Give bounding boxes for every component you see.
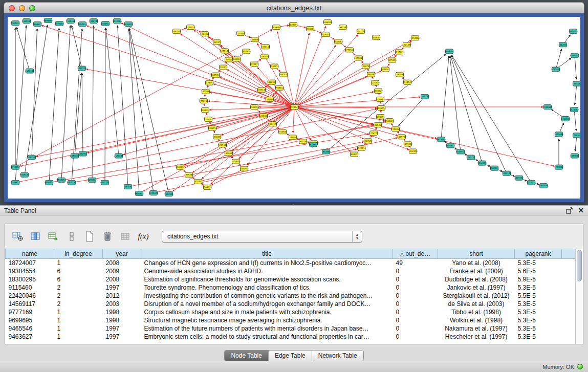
network-node[interactable]: 1275141 — [220, 49, 229, 53]
network-node[interactable]: 1779513 — [345, 48, 354, 52]
network-node[interactable]: 1962101 — [490, 166, 499, 170]
citation-edge-black[interactable] — [118, 26, 128, 187]
network-node[interactable]: 9227413 — [551, 67, 560, 72]
network-node[interactable]: 1197349 — [395, 50, 404, 54]
network-node[interactable]: 1160742 — [361, 64, 371, 69]
network-node[interactable]: 9565013 — [570, 53, 579, 58]
network-node[interactable]: 1859304 — [272, 25, 281, 30]
network-node[interactable]: 1951754 — [298, 139, 308, 144]
network-node[interactable]: 1221610 — [371, 80, 380, 85]
network-node[interactable]: 9031711 — [100, 180, 110, 185]
network-node[interactable]: 1895754 — [377, 105, 386, 110]
citation-edge-red[interactable] — [232, 62, 294, 107]
network-node[interactable]: 9313012 — [11, 165, 20, 169]
splitter-handle[interactable]: ▾ — [289, 203, 297, 206]
citation-edge-black[interactable] — [32, 29, 37, 157]
table-row[interactable]: 946362711997Embryonic stem cells: a mode… — [6, 333, 575, 341]
network-node[interactable]: 9115460 — [66, 19, 75, 24]
network-node[interactable]: 1221397 — [402, 42, 411, 47]
network-node[interactable]: 1664091 — [200, 32, 209, 36]
citation-edge-red[interactable] — [294, 107, 385, 120]
tab-network-table[interactable]: Network Table — [312, 351, 363, 361]
network-node[interactable]: 1696137 — [261, 45, 270, 49]
column-header-name[interactable]: name — [6, 249, 54, 259]
citation-edge-black[interactable] — [575, 84, 577, 105]
citation-edge-red[interactable] — [257, 43, 294, 107]
citation-edge-red[interactable] — [194, 30, 294, 107]
table-row[interactable]: 1938455462009Genome-wide association stu… — [6, 267, 575, 275]
network-node[interactable]: 1975149 — [387, 58, 397, 62]
network-node[interactable]: 1664794 — [445, 49, 454, 54]
scrollbar-thumb[interactable] — [577, 250, 582, 281]
network-node[interactable]: 1162615 — [270, 64, 279, 69]
network-node[interactable]: 1760344 — [239, 166, 249, 171]
network-node[interactable]: 8290412 — [88, 178, 97, 182]
memory-status-icon[interactable] — [577, 364, 583, 369]
network-node[interactable]: 1765941 — [203, 185, 212, 189]
network-node[interactable]: 1276771 — [369, 131, 378, 136]
network-node[interactable]: 9245022 — [527, 180, 536, 185]
network-node[interactable]: 1883022 — [350, 152, 359, 157]
network-node[interactable]: 1924501 — [164, 191, 173, 196]
network-node[interactable]: 1161642 — [395, 72, 404, 77]
network-node[interactable]: 9617912 — [456, 149, 465, 154]
citation-edge-red[interactable] — [181, 34, 294, 107]
network-node[interactable]: 1441435 — [561, 117, 570, 121]
network-node[interactable]: 1649050 — [250, 37, 259, 42]
network-node[interactable]: 9777169 — [55, 21, 64, 26]
network-node[interactable]: 1038745 — [89, 19, 98, 24]
network-node[interactable]: 1522414 — [357, 146, 366, 150]
network-node[interactable]: 1955812 — [275, 85, 284, 90]
network-canvas[interactable]: 1724047186107412524191664091196137212751… — [8, 17, 580, 199]
network-node[interactable]: 9387412 — [11, 21, 20, 26]
vertical-scrollbar[interactable] — [575, 249, 583, 344]
table-row[interactable]: 969969511998Structural magnetic resonanc… — [6, 316, 575, 324]
network-node[interactable]: 1562014 — [569, 29, 578, 34]
rows-icon[interactable] — [65, 230, 78, 243]
citation-edge-black[interactable] — [15, 26, 26, 183]
network-node[interactable]: 1961381 — [306, 27, 315, 31]
network-node[interactable]: 1126153 — [205, 80, 214, 85]
new-file-icon[interactable] — [83, 230, 96, 243]
citation-edge-red[interactable] — [294, 35, 358, 107]
citation-edge-red[interactable] — [184, 107, 294, 165]
network-node[interactable]: 1092455 — [539, 183, 548, 188]
network-node[interactable]: 1514545 — [278, 129, 287, 134]
network-node[interactable]: 1830029 — [124, 22, 133, 27]
network-node[interactable]: 1207652 — [363, 139, 373, 143]
network-node[interactable]: 1220433 — [259, 114, 268, 118]
network-node[interactable]: 9463627 — [33, 22, 42, 27]
network-node[interactable]: 9699695 — [43, 18, 53, 23]
network-node[interactable]: 7905891 — [57, 178, 66, 182]
network-node[interactable]: 1559581 — [543, 104, 552, 109]
citation-edge-red[interactable] — [15, 29, 272, 167]
column-header-in_degree[interactable]: in_degree — [54, 249, 103, 259]
citation-edge-black[interactable] — [450, 56, 461, 151]
network-node[interactable]: 1148812 — [288, 135, 297, 140]
table-row[interactable]: 977716911998Corpus callosum shape and si… — [6, 308, 575, 316]
network-node[interactable]: 1830021 — [265, 97, 274, 101]
citation-edge-black[interactable] — [129, 29, 169, 194]
citation-edge-red[interactable] — [294, 92, 374, 106]
network-node[interactable]: 1485083 — [334, 39, 343, 44]
network-node[interactable]: 9505132 — [20, 172, 29, 177]
network-node[interactable]: 1585493 — [373, 123, 382, 127]
network-node[interactable]: 1869442 — [514, 176, 524, 180]
network-node[interactable]: 2166505 — [114, 154, 123, 158]
network-node[interactable]: 1725402 — [231, 159, 241, 164]
fx-function-button[interactable]: f(x) — [137, 230, 150, 243]
network-node[interactable]: 1154508 — [410, 36, 420, 40]
network-node[interactable]: 9387414 — [78, 22, 87, 27]
citation-edge-red[interactable] — [154, 149, 357, 193]
network-node[interactable]: 1320172 — [219, 65, 228, 70]
network-node[interactable]: 1774033 — [554, 165, 563, 169]
network-node[interactable]: 9245012 — [149, 190, 158, 195]
citation-edge-black[interactable] — [129, 29, 139, 193]
network-node[interactable]: 1154091 — [391, 127, 400, 132]
network-node[interactable]: 1485091 — [381, 67, 390, 72]
network-node[interactable]: 1415082 — [570, 107, 579, 112]
network-node[interactable]: 1183025 — [250, 104, 259, 109]
network-node[interactable]: 1952821 — [279, 72, 288, 77]
column-header-title[interactable]: title — [141, 249, 393, 259]
citation-edge-red[interactable] — [293, 107, 294, 133]
